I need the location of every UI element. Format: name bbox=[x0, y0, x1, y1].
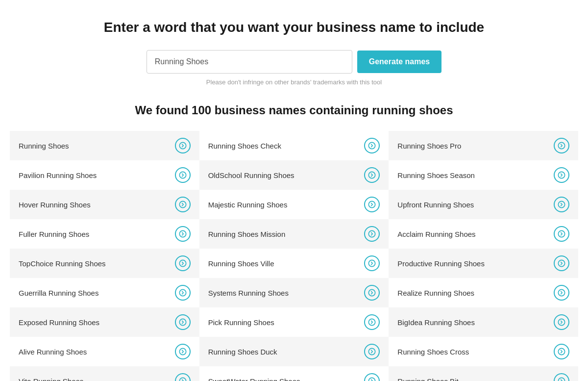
svg-point-23 bbox=[558, 348, 564, 355]
arrow-button[interactable] bbox=[554, 167, 569, 183]
svg-point-8 bbox=[558, 201, 564, 207]
name-item[interactable]: Fuller Running Shoes bbox=[10, 219, 199, 249]
name-text: Running Shoes Bit bbox=[397, 377, 458, 381]
page-headline: Enter a word that you want your business… bbox=[10, 20, 578, 35]
svg-point-16 bbox=[369, 289, 375, 296]
name-item[interactable]: Running Shoes bbox=[10, 131, 199, 160]
svg-point-13 bbox=[369, 260, 375, 266]
svg-point-5 bbox=[558, 172, 564, 178]
arrow-button[interactable] bbox=[175, 197, 191, 212]
arrow-button[interactable] bbox=[364, 344, 380, 359]
name-item[interactable]: Upfront Running Shoes bbox=[389, 190, 578, 219]
arrow-button[interactable] bbox=[175, 167, 191, 183]
svg-point-6 bbox=[179, 201, 186, 207]
arrow-button[interactable] bbox=[364, 285, 380, 301]
name-item[interactable]: Productive Running Shoes bbox=[389, 249, 578, 278]
name-item[interactable]: BigIdea Running Shoes bbox=[389, 307, 578, 337]
svg-point-17 bbox=[558, 289, 564, 296]
arrow-button[interactable] bbox=[175, 138, 191, 153]
name-item[interactable]: Running Shoes Ville bbox=[199, 249, 389, 278]
name-item[interactable]: Running Shoes Cross bbox=[389, 337, 578, 366]
svg-point-21 bbox=[179, 348, 186, 355]
svg-point-20 bbox=[558, 319, 564, 325]
svg-point-14 bbox=[558, 260, 564, 266]
arrow-button[interactable] bbox=[364, 197, 380, 212]
name-text: TopChoice Running Shoes bbox=[19, 259, 106, 268]
name-text: Guerrilla Running Shoes bbox=[19, 289, 98, 297]
name-text: Fuller Running Shoes bbox=[19, 230, 89, 238]
name-item[interactable]: SweetWater Running Shoes bbox=[199, 366, 389, 381]
svg-point-11 bbox=[558, 230, 564, 237]
name-item[interactable]: Running Shoes Bit bbox=[389, 366, 578, 381]
arrow-button[interactable] bbox=[364, 314, 380, 330]
name-text: Hover Running Shoes bbox=[19, 201, 91, 209]
name-item[interactable]: Majestic Running Shoes bbox=[199, 190, 389, 219]
arrow-button[interactable] bbox=[554, 373, 569, 381]
name-text: Acclaim Running Shoes bbox=[397, 230, 475, 238]
name-text: Running Shoes bbox=[19, 142, 69, 150]
name-item[interactable]: OldSchool Running Shoes bbox=[199, 160, 389, 190]
search-section: Generate names bbox=[10, 50, 578, 74]
name-text: BigIdea Running Shoes bbox=[397, 318, 475, 327]
arrow-button[interactable] bbox=[554, 226, 569, 242]
name-item[interactable]: TopChoice Running Shoes bbox=[10, 249, 199, 278]
arrow-button[interactable] bbox=[175, 314, 191, 330]
arrow-button[interactable] bbox=[554, 344, 569, 359]
name-text: OldSchool Running Shoes bbox=[208, 171, 294, 179]
name-item[interactable]: Acclaim Running Shoes bbox=[389, 219, 578, 249]
name-item[interactable]: Exposed Running Shoes bbox=[10, 307, 199, 337]
name-item[interactable]: Running Shoes Check bbox=[199, 131, 389, 160]
name-item[interactable]: Realize Running Shoes bbox=[389, 278, 578, 307]
name-text: Alive Running Shoes bbox=[19, 348, 87, 356]
arrow-button[interactable] bbox=[175, 344, 191, 359]
svg-point-2 bbox=[558, 142, 564, 149]
svg-point-3 bbox=[179, 172, 186, 178]
name-text: Systems Running Shoes bbox=[208, 289, 289, 297]
arrow-button[interactable] bbox=[554, 314, 569, 330]
name-item[interactable]: Alive Running Shoes bbox=[10, 337, 199, 366]
svg-point-9 bbox=[179, 230, 186, 237]
disclaimer-text: Please don't infringe on other brands' t… bbox=[10, 78, 578, 86]
svg-point-15 bbox=[179, 289, 186, 296]
arrow-button[interactable] bbox=[554, 138, 569, 153]
name-item[interactable]: Systems Running Shoes bbox=[199, 278, 389, 307]
name-text: Running Shoes Ville bbox=[208, 259, 274, 268]
name-item[interactable]: Running Shoes Pro bbox=[389, 131, 578, 160]
arrow-button[interactable] bbox=[175, 285, 191, 301]
name-item[interactable]: Running Shoes Duck bbox=[199, 337, 389, 366]
names-grid: Running ShoesRunning Shoes CheckRunning … bbox=[10, 131, 578, 381]
svg-point-22 bbox=[369, 348, 375, 355]
name-text: Upfront Running Shoes bbox=[397, 201, 474, 209]
name-item[interactable]: Pick Running Shoes bbox=[199, 307, 389, 337]
name-text: Pick Running Shoes bbox=[208, 318, 274, 327]
arrow-button[interactable] bbox=[364, 226, 380, 242]
name-text: Running Shoes Duck bbox=[208, 348, 277, 356]
arrow-button[interactable] bbox=[175, 373, 191, 381]
name-item[interactable]: Vita Running Shoes bbox=[10, 366, 199, 381]
name-text: Vita Running Shoes bbox=[19, 377, 83, 381]
generate-button[interactable]: Generate names bbox=[357, 51, 442, 73]
search-input[interactable] bbox=[147, 50, 352, 74]
name-item[interactable]: Hover Running Shoes bbox=[10, 190, 199, 219]
arrow-button[interactable] bbox=[554, 285, 569, 301]
name-text: Realize Running Shoes bbox=[397, 289, 474, 297]
svg-point-0 bbox=[179, 142, 186, 149]
arrow-button[interactable] bbox=[364, 373, 380, 381]
svg-point-18 bbox=[179, 319, 186, 325]
arrow-button[interactable] bbox=[364, 138, 380, 153]
svg-point-7 bbox=[369, 201, 375, 207]
name-item[interactable]: Guerrilla Running Shoes bbox=[10, 278, 199, 307]
name-item[interactable]: Pavilion Running Shoes bbox=[10, 160, 199, 190]
name-text: Running Shoes Pro bbox=[397, 142, 461, 150]
arrow-button[interactable] bbox=[554, 255, 569, 271]
arrow-button[interactable] bbox=[175, 255, 191, 271]
svg-point-1 bbox=[369, 142, 375, 149]
name-item[interactable]: Running Shoes Mission bbox=[199, 219, 389, 249]
name-text: SweetWater Running Shoes bbox=[208, 377, 300, 381]
svg-point-4 bbox=[369, 172, 375, 178]
arrow-button[interactable] bbox=[554, 197, 569, 212]
arrow-button[interactable] bbox=[175, 226, 191, 242]
arrow-button[interactable] bbox=[364, 255, 380, 271]
name-item[interactable]: Running Shoes Season bbox=[389, 160, 578, 190]
arrow-button[interactable] bbox=[364, 167, 380, 183]
